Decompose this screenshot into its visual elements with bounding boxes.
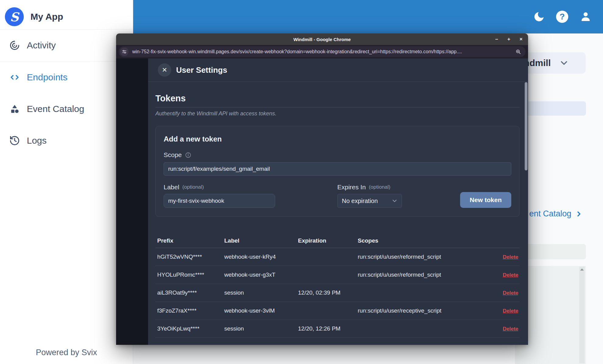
cell-prefix: HYOLuPRomc**** [157,271,224,278]
shapes-icon [9,103,20,114]
moon-icon [533,11,545,23]
close-drawer-button[interactable]: ✕ [158,63,171,77]
site-settings-button[interactable] [120,47,129,56]
close-window-button[interactable]: × [518,36,524,42]
workspace-dropdown[interactable]: indmill [520,52,586,74]
delete-token-link[interactable]: Delete [503,254,518,260]
tokens-section-subtitle: Authentify to the Windmill API with acce… [155,110,520,117]
user-settings-drawer: ✕ User Settings Tokens Authentify to the… [148,58,528,345]
table-row: HYOLuPRomc**** webhook-user-g3xT run:scr… [155,266,520,284]
cell-scopes: run:script/u/user/reformed_script [358,254,495,260]
cell-label: webhook-user-3vlM [224,307,298,314]
minimize-button[interactable]: – [494,36,499,42]
delete-token-link[interactable]: Delete [503,272,518,278]
drawer-title: User Settings [176,65,227,75]
sidebar-item-label: Activity [27,40,56,51]
page-backdrop [116,58,148,345]
cell-expiration: 12/20, 02:39 PM [298,289,358,296]
add-token-card: Add a new token Scope [155,126,520,217]
cell-prefix: hGiT52wVNQ**** [157,254,224,260]
sidebar-item-label: Event Catalog [27,104,84,114]
cell-scopes: run:script/u/user/reformed_script [358,271,495,278]
cell-prefix: f3FzoZ7raX**** [157,307,224,314]
maximize-button[interactable]: + [506,36,512,42]
table-row: aiL3ROat9y**** session 12/20, 02:39 PM D… [155,284,520,302]
label-label: Label [164,184,179,191]
table-row: hGiT52wVNQ**** webhook-user-kRy4 run:scr… [155,248,520,266]
help-icon: ? [556,11,568,23]
window-titlebar[interactable]: Windmill - Google Chrome – + × [116,33,528,45]
chevron-right-icon [575,210,583,218]
browser-urlbar: win-752-fix-svix-webhook-win.windmill.pa… [116,45,528,58]
sidebar-item-endpoints[interactable]: Endpoints [0,61,133,93]
svix-logo-icon: S [5,7,24,26]
new-token-button[interactable]: New token [460,192,511,208]
cell-label: session [224,289,298,296]
account-button[interactable] [579,10,592,23]
delete-token-link[interactable]: Delete [503,308,518,314]
scrollbar-thumb[interactable] [525,82,527,170]
token-label-input[interactable] [164,194,275,208]
col-header-prefix: Prefix [157,237,224,244]
history-icon [9,135,20,146]
window-title: Windmill - Google Chrome [293,37,351,42]
label-optional: (optional) [182,184,204,190]
col-header-expiration: Expiration [298,237,358,244]
sidebar-item-event-catalog[interactable]: Event Catalog [0,93,133,125]
drawer-scrollbar[interactable] [525,82,527,345]
chevron-down-icon [559,58,569,68]
delete-token-link[interactable]: Delete [503,326,518,332]
table-header-row: Prefix Label Expiration Scopes [155,234,520,248]
chrome-window: Windmill - Google Chrome – + × win-752-f… [116,33,528,345]
app-name: My App [30,12,63,22]
brand: S My App [0,0,133,29]
activity-icon [9,40,20,51]
scope-label: Scope [164,151,182,159]
chevron-down-icon [391,198,398,204]
sidebar-item-label: Endpoints [27,72,67,82]
info-icon[interactable] [185,152,191,158]
background-scrollbar[interactable] [579,267,585,363]
scrollbar-up-arrow [580,268,584,271]
drawer-header: ✕ User Settings [148,58,528,82]
sidebar: S My App Activity Endpoints Event Catalo… [0,0,133,364]
expiration-select[interactable]: No expiration [337,194,402,208]
delete-token-link[interactable]: Delete [503,290,518,296]
cell-expiration: 12/20, 12:26 PM [298,325,358,332]
sidebar-item-activity[interactable]: Activity [0,30,133,61]
event-catalog-link-label: ent Catalog [529,209,571,219]
address-bar[interactable]: win-752-fix-svix-webhook-win.windmill.pa… [119,46,526,57]
tune-icon [122,49,127,54]
event-catalog-link[interactable]: ent Catalog [529,209,583,219]
tokens-section-title: Tokens [155,93,520,107]
code-brackets-icon [9,72,20,83]
powered-by-svix: Powered by Svix [0,348,133,357]
user-icon [579,10,592,23]
expiration-value: No expiration [342,198,378,205]
help-button[interactable]: ? [556,11,568,23]
sidebar-item-label: Logs [27,135,47,146]
expires-label: Expires In [337,184,366,191]
zoom-icon[interactable] [515,49,521,55]
tokens-table: Prefix Label Expiration Scopes hGiT52wVN… [155,234,520,338]
col-header-scopes: Scopes [358,237,495,244]
sidebar-item-logs[interactable]: Logs [0,125,133,156]
scope-input[interactable] [164,162,511,176]
table-row: f3FzoZ7raX**** webhook-user-3vlM run:scr… [155,302,520,320]
expires-optional: (optional) [369,184,390,190]
cell-label: webhook-user-g3xT [224,271,298,278]
col-header-label: Label [224,237,298,244]
url-text: win-752-fix-svix-webhook-win.windmill.pa… [132,49,515,54]
cell-label: webhook-user-kRy4 [224,254,298,260]
table-row: 3YeOiKpLwq**** session 12/20, 12:26 PM D… [155,320,520,338]
add-token-title: Add a new token [164,135,511,143]
cell-prefix: aiL3ROat9y**** [157,289,224,296]
cell-prefix: 3YeOiKpLwq**** [157,325,224,332]
app-header: ? [133,0,603,33]
cell-label: session [224,325,298,332]
cell-scopes: run:script/u/user/receptive_script [358,307,495,314]
dark-mode-toggle[interactable] [533,11,545,23]
